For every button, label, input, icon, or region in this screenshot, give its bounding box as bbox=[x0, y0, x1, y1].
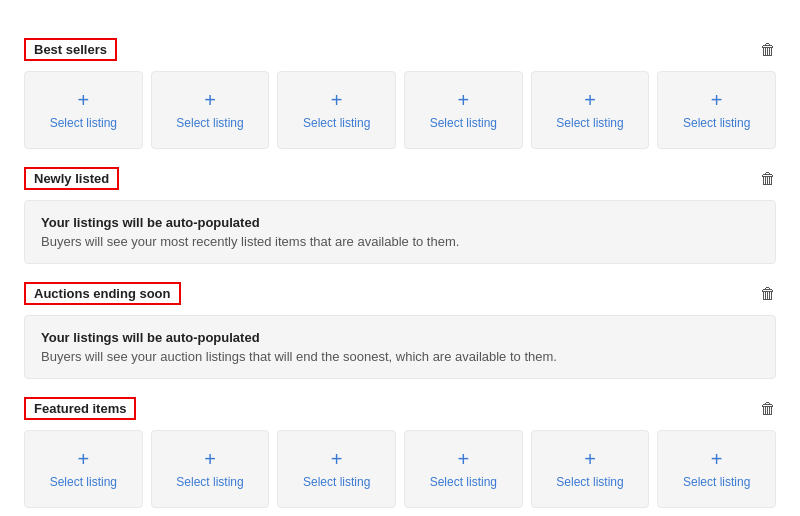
select-listing-label: Select listing bbox=[303, 475, 370, 489]
select-listing-label: Select listing bbox=[683, 475, 750, 489]
listing-card-featured-items-1[interactable]: +Select listing bbox=[151, 430, 270, 508]
plus-icon: + bbox=[584, 90, 596, 110]
select-listing-label: Select listing bbox=[683, 116, 750, 130]
auto-populated-box-auctions-ending-soon: Your listings will be auto-populatedBuye… bbox=[24, 315, 776, 379]
auto-populated-box-newly-listed: Your listings will be auto-populatedBuye… bbox=[24, 200, 776, 264]
plus-icon: + bbox=[584, 449, 596, 469]
select-listing-label: Select listing bbox=[176, 116, 243, 130]
select-listing-label: Select listing bbox=[303, 116, 370, 130]
select-listing-label: Select listing bbox=[50, 475, 117, 489]
listing-card-featured-items-3[interactable]: +Select listing bbox=[404, 430, 523, 508]
listing-card-featured-items-5[interactable]: +Select listing bbox=[657, 430, 776, 508]
auto-desc-auctions-ending-soon: Buyers will see your auction listings th… bbox=[41, 349, 759, 364]
listing-card-best-sellers-4[interactable]: +Select listing bbox=[531, 71, 650, 149]
section-label-best-sellers: Best sellers bbox=[24, 38, 117, 61]
delete-button-best-sellers[interactable]: 🗑 bbox=[760, 41, 776, 59]
listing-card-featured-items-4[interactable]: +Select listing bbox=[531, 430, 650, 508]
sections-container: Best sellers🗑+Select listing+Select list… bbox=[24, 38, 776, 508]
listing-grid-featured-items: +Select listing+Select listing+Select li… bbox=[24, 430, 776, 508]
listing-card-best-sellers-5[interactable]: +Select listing bbox=[657, 71, 776, 149]
auto-title-newly-listed: Your listings will be auto-populated bbox=[41, 215, 759, 230]
section-featured-items: Featured items🗑+Select listing+Select li… bbox=[24, 397, 776, 508]
listing-grid-best-sellers: +Select listing+Select listing+Select li… bbox=[24, 71, 776, 149]
auto-desc-newly-listed: Buyers will see your most recently liste… bbox=[41, 234, 759, 249]
select-listing-label: Select listing bbox=[556, 116, 623, 130]
plus-icon: + bbox=[711, 449, 723, 469]
plus-icon: + bbox=[711, 90, 723, 110]
plus-icon: + bbox=[331, 90, 343, 110]
select-listing-label: Select listing bbox=[176, 475, 243, 489]
plus-icon: + bbox=[458, 449, 470, 469]
section-best-sellers: Best sellers🗑+Select listing+Select list… bbox=[24, 38, 776, 149]
section-label-newly-listed: Newly listed bbox=[24, 167, 119, 190]
section-header-featured-items: Featured items🗑 bbox=[24, 397, 776, 420]
delete-button-featured-items[interactable]: 🗑 bbox=[760, 400, 776, 418]
listing-card-featured-items-0[interactable]: +Select listing bbox=[24, 430, 143, 508]
plus-icon: + bbox=[77, 449, 89, 469]
section-label-featured-items: Featured items bbox=[24, 397, 136, 420]
listing-card-best-sellers-2[interactable]: +Select listing bbox=[277, 71, 396, 149]
select-listing-label: Select listing bbox=[430, 475, 497, 489]
plus-icon: + bbox=[331, 449, 343, 469]
plus-icon: + bbox=[458, 90, 470, 110]
plus-icon: + bbox=[204, 90, 216, 110]
listing-card-best-sellers-0[interactable]: +Select listing bbox=[24, 71, 143, 149]
listing-card-best-sellers-1[interactable]: +Select listing bbox=[151, 71, 270, 149]
auto-title-auctions-ending-soon: Your listings will be auto-populated bbox=[41, 330, 759, 345]
section-header-auctions-ending-soon: Auctions ending soon🗑 bbox=[24, 282, 776, 305]
section-header-newly-listed: Newly listed🗑 bbox=[24, 167, 776, 190]
section-label-auctions-ending-soon: Auctions ending soon bbox=[24, 282, 181, 305]
section-newly-listed: Newly listed🗑Your listings will be auto-… bbox=[24, 167, 776, 264]
select-listing-label: Select listing bbox=[430, 116, 497, 130]
delete-button-auctions-ending-soon[interactable]: 🗑 bbox=[760, 285, 776, 303]
select-listing-label: Select listing bbox=[556, 475, 623, 489]
plus-icon: + bbox=[204, 449, 216, 469]
plus-icon: + bbox=[77, 90, 89, 110]
select-listing-label: Select listing bbox=[50, 116, 117, 130]
section-auctions-ending-soon: Auctions ending soon🗑Your listings will … bbox=[24, 282, 776, 379]
listing-card-featured-items-2[interactable]: +Select listing bbox=[277, 430, 396, 508]
section-header-best-sellers: Best sellers🗑 bbox=[24, 38, 776, 61]
delete-button-newly-listed[interactable]: 🗑 bbox=[760, 170, 776, 188]
listing-card-best-sellers-3[interactable]: +Select listing bbox=[404, 71, 523, 149]
